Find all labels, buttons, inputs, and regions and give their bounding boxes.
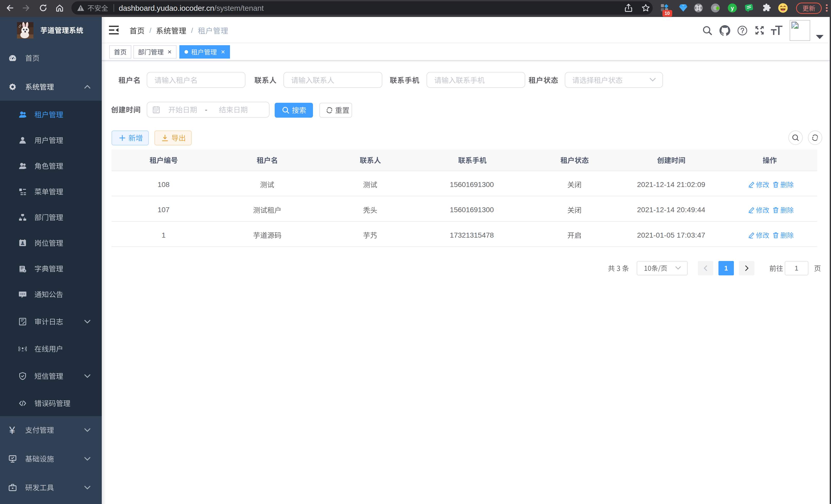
svg-text:y: y (731, 5, 734, 11)
